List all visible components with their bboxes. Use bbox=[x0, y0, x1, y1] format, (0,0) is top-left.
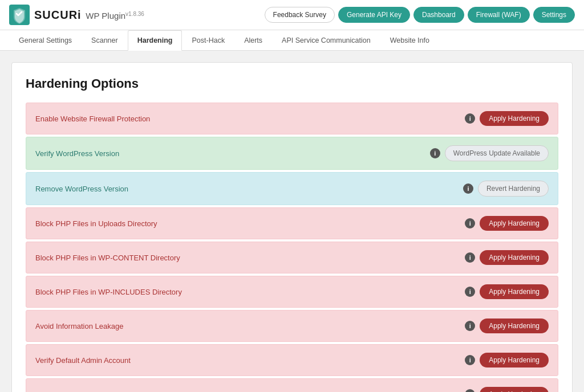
tab-post-hack[interactable]: Post-Hack bbox=[182, 30, 234, 51]
table-row: Block PHP Files in Uploads Directory i A… bbox=[26, 207, 558, 239]
tabs-bar: General Settings Scanner Hardening Post-… bbox=[0, 30, 584, 51]
row-label: Avoid Information Leakage bbox=[35, 322, 123, 330]
hardening-card: Hardening Options Enable Website Firewal… bbox=[11, 62, 573, 392]
settings-button[interactable]: Settings bbox=[533, 7, 575, 23]
row-label: Disable Plugin and Theme Editor bbox=[35, 390, 144, 393]
info-icon[interactable]: i bbox=[465, 113, 475, 124]
table-row: Block PHP Files in WP-INCLUDES Directory… bbox=[26, 276, 558, 308]
table-row: Remove WordPress Version i Revert Harden… bbox=[26, 172, 558, 205]
info-icon[interactable]: i bbox=[465, 252, 475, 263]
main-content: Hardening Options Enable Website Firewal… bbox=[0, 51, 584, 392]
row-actions: i Apply Hardening bbox=[465, 216, 549, 231]
row-actions: i Apply Hardening bbox=[465, 250, 549, 265]
row-label: Block PHP Files in WP-INCLUDES Directory bbox=[35, 288, 182, 296]
row-actions: i Apply Hardening bbox=[465, 353, 549, 368]
header-nav: Feedback Survey Generate API Key Dashboa… bbox=[265, 7, 575, 23]
row-label: Block PHP Files in WP-CONTENT Directory bbox=[35, 254, 180, 262]
header: SUCURi WP Pluginv1.8.36 Feedback Survey … bbox=[0, 0, 584, 30]
logo-area: SUCURi WP Pluginv1.8.36 bbox=[9, 5, 144, 25]
row-actions: i WordPress Update Available bbox=[430, 145, 549, 161]
revert-hardening-button[interactable]: Revert Hardening bbox=[478, 181, 549, 197]
table-row: Disable Plugin and Theme Editor i Apply … bbox=[26, 378, 558, 392]
info-icon[interactable]: i bbox=[430, 148, 440, 158]
info-icon[interactable]: i bbox=[465, 355, 475, 365]
apply-hardening-button[interactable]: Apply Hardening bbox=[480, 250, 549, 265]
row-actions: i Apply Hardening bbox=[465, 318, 549, 333]
table-row: Block PHP Files in WP-CONTENT Directory … bbox=[26, 242, 558, 273]
table-row: Avoid Information Leakage i Apply Harden… bbox=[26, 310, 558, 342]
info-icon[interactable]: i bbox=[465, 218, 475, 228]
tab-general-settings[interactable]: General Settings bbox=[9, 30, 82, 51]
row-actions: i Apply Hardening bbox=[465, 111, 549, 126]
table-row: Verify WordPress Version i WordPress Upd… bbox=[26, 137, 558, 170]
table-row: Verify Default Admin Account i Apply Har… bbox=[26, 344, 558, 376]
info-icon[interactable]: i bbox=[465, 287, 475, 297]
apply-hardening-button[interactable]: Apply Hardening bbox=[480, 216, 549, 231]
row-label: Verify Default Admin Account bbox=[35, 356, 131, 365]
tab-scanner[interactable]: Scanner bbox=[82, 30, 128, 51]
apply-hardening-button[interactable]: Apply Hardening bbox=[480, 387, 549, 392]
row-label: Verify WordPress Version bbox=[35, 149, 119, 158]
sucuri-logo-icon bbox=[9, 5, 30, 25]
row-actions: i Revert Hardening bbox=[463, 181, 549, 197]
row-actions: i Apply Hardening bbox=[465, 387, 549, 392]
row-actions: i Apply Hardening bbox=[465, 284, 549, 299]
firewall-waf-button[interactable]: Firewall (WAF) bbox=[468, 7, 530, 23]
logo-text: SUCURi WP Pluginv1.8.36 bbox=[34, 9, 144, 22]
apply-hardening-button[interactable]: Apply Hardening bbox=[480, 353, 549, 368]
tab-hardening[interactable]: Hardening bbox=[128, 30, 182, 51]
tab-api-service-communication[interactable]: API Service Communication bbox=[272, 30, 380, 51]
apply-hardening-button[interactable]: Apply Hardening bbox=[480, 284, 549, 299]
info-icon[interactable]: i bbox=[465, 321, 475, 331]
apply-hardening-button[interactable]: Apply Hardening bbox=[480, 111, 549, 126]
row-label: Enable Website Firewall Protection bbox=[35, 115, 150, 123]
tab-alerts[interactable]: Alerts bbox=[234, 30, 272, 51]
row-label: Block PHP Files in Uploads Directory bbox=[35, 219, 157, 228]
tab-website-info[interactable]: Website Info bbox=[380, 30, 439, 51]
feedback-survey-button[interactable]: Feedback Survey bbox=[265, 7, 335, 23]
row-label: Remove WordPress Version bbox=[35, 185, 128, 193]
dashboard-button[interactable]: Dashboard bbox=[413, 7, 464, 23]
table-row: Enable Website Firewall Protection i App… bbox=[26, 103, 558, 134]
page-title: Hardening Options bbox=[26, 76, 558, 91]
apply-hardening-button[interactable]: Apply Hardening bbox=[480, 318, 549, 333]
info-icon[interactable]: i bbox=[465, 389, 475, 392]
generate-api-key-button[interactable]: Generate API Key bbox=[338, 7, 410, 23]
info-icon[interactable]: i bbox=[463, 183, 473, 194]
wordpress-update-available-button: WordPress Update Available bbox=[445, 145, 549, 161]
